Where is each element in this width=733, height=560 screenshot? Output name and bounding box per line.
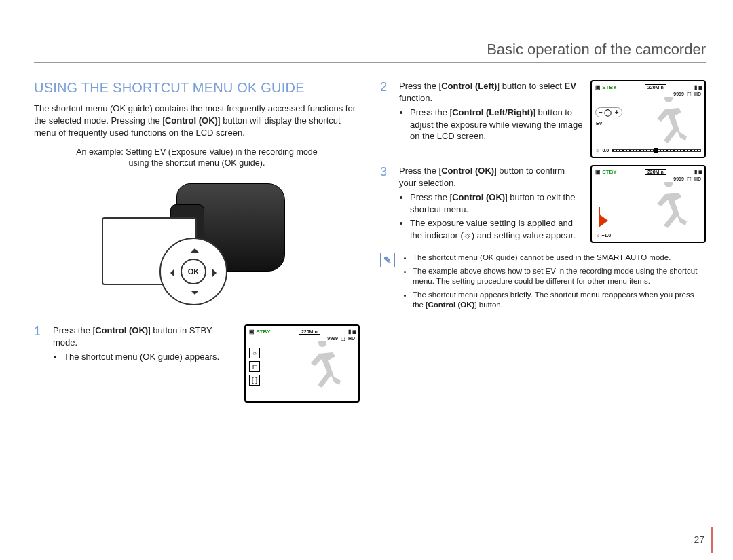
left-column: USING THE SHORTCUT MENU OK GUIDE The sho… — [34, 80, 360, 409]
t: function. — [399, 93, 432, 103]
lcd-screenshot-2: ▣ STBY 220Min 9999 ⬚ HD − ◯ + EV — [590, 80, 706, 158]
hd-icon: ⬚ — [341, 336, 345, 341]
skater-silhouette — [299, 341, 346, 396]
step-2: 2 Press the [Control (Left)] button to s… — [380, 80, 706, 158]
plus-icon: + — [615, 109, 619, 116]
t: Control (Left/Right) — [452, 107, 533, 117]
note-item: The example above shows how to set EV in… — [413, 266, 706, 287]
right-column: 2 Press the [Control (Left)] button to s… — [380, 80, 706, 409]
hd-icon: ⬚ — [687, 176, 692, 182]
stby-label: STBY — [256, 329, 270, 335]
camcorder-illustration: OK — [95, 176, 299, 312]
ev-value: +1.0 — [601, 233, 611, 238]
hd-label: HD — [694, 92, 701, 97]
sd-icon — [694, 84, 697, 90]
hd-label: HD — [694, 176, 701, 182]
step-1-text: Press the [Control (OK)] button in STBY … — [53, 324, 238, 403]
battery-icon — [698, 84, 701, 90]
step-2-text: Press the [Control (Left)] button to sel… — [399, 80, 584, 158]
stby-label: STBY — [602, 169, 616, 175]
sd-icon — [348, 329, 351, 335]
intro-bold: Control (OK) — [165, 115, 218, 126]
dpad-up-icon — [191, 244, 199, 253]
note-block: ✎ The shortcut menu (OK guide) cannot be… — [380, 253, 706, 314]
remaining-time: 220Min — [645, 169, 666, 175]
step-number: 1 — [34, 324, 46, 403]
note-item: The shortcut menu appears briefly. The s… — [413, 290, 706, 311]
t: Control (OK) — [452, 192, 505, 202]
chapter-title: Basic operation of the camcorder — [34, 41, 706, 63]
hd-icon: ⬚ — [687, 92, 692, 97]
note-item: The shortcut menu (OK guide) cannot be u… — [413, 253, 706, 263]
step-number: 3 — [380, 165, 392, 243]
t: Control (Left) — [441, 81, 497, 91]
t: EV — [564, 81, 576, 91]
control-wheel: OK — [159, 238, 227, 305]
red-pointer-icon — [599, 214, 608, 227]
skater-silhouette — [645, 182, 692, 236]
stby-label: STBY — [602, 84, 616, 90]
t: Control (OK) — [428, 301, 474, 309]
remaining-time: 220Min — [645, 84, 666, 90]
lcd-screenshot-1: ▣ STBY 220Min 9999 ⬚ HD ☼ ◻ [ ] — [244, 324, 360, 403]
t: Press the [ — [399, 81, 441, 91]
ok-button-label: OK — [181, 259, 206, 284]
ev-value: 0.0 — [602, 148, 609, 153]
t: Control (OK) — [441, 166, 494, 176]
ev-applied-value: ☼+1.0 — [596, 233, 611, 238]
sd-icon — [694, 169, 697, 175]
dpad-left-icon — [166, 269, 174, 277]
example-caption: An example: Setting EV (Exposure Value) … — [34, 147, 360, 169]
ev-adjust-pill: − ◯ + — [595, 107, 622, 117]
section-title: USING THE SHORTCUT MENU OK GUIDE — [34, 80, 360, 96]
slider-thumb-icon — [654, 148, 658, 153]
hd-label: HD — [348, 336, 355, 341]
t: Press the [ — [399, 166, 441, 176]
focus-icon: ◻ — [249, 361, 260, 372]
ev-label: EV — [596, 121, 602, 126]
step-2-bullet: Press the [Control (Left/Right)] button … — [410, 107, 584, 143]
page-number: 27 — [694, 534, 704, 545]
t: Press the [ — [53, 325, 95, 335]
lcd-screenshot-3: ▣ STBY 220Min 9999 ⬚ HD ☼+1.0 — [590, 165, 706, 243]
bracket-icon: [ ] — [249, 375, 260, 386]
intro-paragraph: The shortcut menu (OK guide) contains th… — [34, 102, 360, 140]
step-3-bullet-2: The exposure value setting is applied an… — [410, 217, 584, 241]
dpad-right-icon — [212, 269, 221, 277]
t: Control (OK) — [95, 325, 148, 335]
ev-icon: ☼ — [249, 348, 260, 358]
step-1: 1 Press the [Control (OK)] button in STB… — [34, 324, 360, 403]
battery-icon — [698, 169, 701, 175]
t: Press the [ — [410, 107, 452, 117]
example-line1: An example: Setting EV (Exposure Value) … — [76, 147, 318, 157]
step-3-bullet-1: Press the [Control (OK)] button to exit … — [410, 191, 584, 215]
step-1-bullet: The shortcut menu (OK guide) appears. — [64, 351, 238, 363]
t: ) and setting value appear. — [472, 230, 576, 240]
shot-count: 9999 — [327, 336, 338, 341]
note-icon: ✎ — [380, 253, 395, 267]
remaining-time: 220Min — [299, 329, 320, 335]
t: Press the [ — [410, 192, 452, 202]
t: ] button. — [474, 301, 503, 309]
exposure-indicator-icon: ☼ — [464, 230, 472, 240]
example-line2: using the shortcut menu (OK guide). — [129, 158, 265, 168]
skater-silhouette — [645, 97, 692, 151]
ev-slider: ☼ 0.0 — [595, 148, 701, 153]
dpad-down-icon — [191, 291, 199, 299]
step-3: 3 Press the [Control (OK)] button to con… — [380, 165, 706, 243]
minus-icon: − — [599, 109, 603, 116]
t: ] button to select — [497, 81, 564, 91]
step-3-text: Press the [Control (OK)] button to confi… — [399, 165, 584, 243]
step-number: 2 — [380, 80, 392, 158]
shot-count: 9999 — [673, 92, 684, 97]
battery-icon — [352, 329, 355, 335]
shot-count: 9999 — [673, 176, 684, 182]
